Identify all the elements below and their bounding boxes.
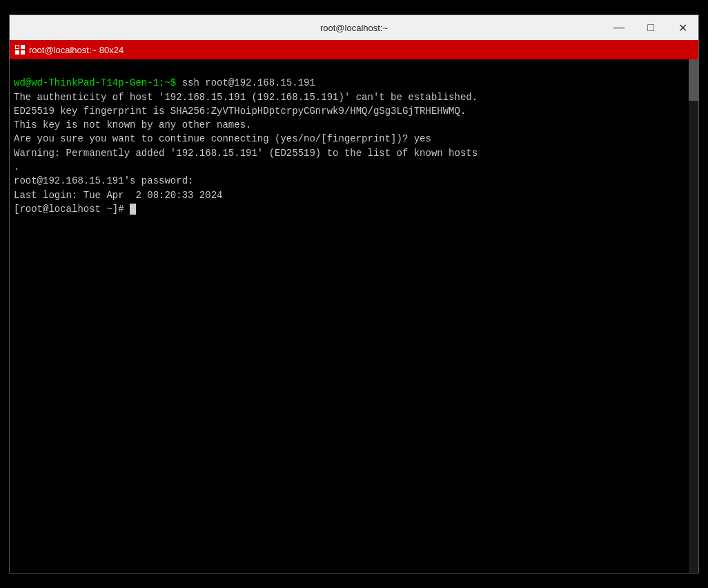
terminal-cursor — [130, 204, 136, 215]
terminal-line-5: Warning: Permanently added '192.168.15.1… — [14, 148, 478, 159]
close-button[interactable]: ✕ — [667, 15, 698, 40]
prompt-dir: ~ — [164, 77, 170, 88]
maximize-button[interactable]: □ — [635, 15, 667, 40]
terminal-line-2: ED25519 key fingerprint is SHA256:ZyVTHo… — [14, 106, 466, 117]
scrollbar[interactable] — [689, 59, 698, 573]
terminal-line-1: The authenticity of host '192.168.15.191… — [14, 92, 478, 103]
terminal-line-6: . — [14, 161, 19, 173]
prompt-symbol: $ — [170, 77, 176, 88]
prompt-user: wd@wd-ThinkPad-T14p-Gen-1 — [14, 77, 159, 88]
terminal-line-8: Last login: Tue Apr 2 08:20:33 2024 — [14, 190, 222, 201]
window-title: root@localhost:~ — [320, 23, 388, 33]
window-controls: — □ ✕ — [603, 15, 698, 40]
terminal-content: wd@wd-ThinkPad-T14p-Gen-1:~$ ssh root@19… — [14, 62, 696, 231]
tab-icon — [15, 45, 25, 55]
terminal-body[interactable]: wd@wd-ThinkPad-T14p-Gen-1:~$ ssh root@19… — [10, 59, 698, 573]
terminal-line-3: This key is not known by any other names… — [14, 119, 251, 130]
title-bar: root@localhost:~ — □ ✕ — [10, 15, 698, 40]
minimize-button[interactable]: — — [603, 15, 635, 40]
scrollbar-thumb[interactable] — [689, 59, 698, 101]
tab-bar: root@localhost:~ 80x24 — [10, 40, 698, 59]
terminal-line-4: Are you sure you want to continue connec… — [14, 133, 431, 144]
tab-title: root@localhost:~ 80x24 — [29, 45, 124, 55]
prompt-command: ssh root@192.168.15.191 — [176, 77, 315, 88]
terminal-window: root@localhost:~ — □ ✕ root@localhost:~ … — [9, 14, 699, 574]
terminal-line-7: root@192.168.15.191's password: — [14, 175, 193, 186]
terminal-line-9: [root@localhost ~]# — [14, 204, 130, 215]
prompt: wd@wd-ThinkPad-T14p-Gen-1:~$ — [14, 77, 176, 88]
